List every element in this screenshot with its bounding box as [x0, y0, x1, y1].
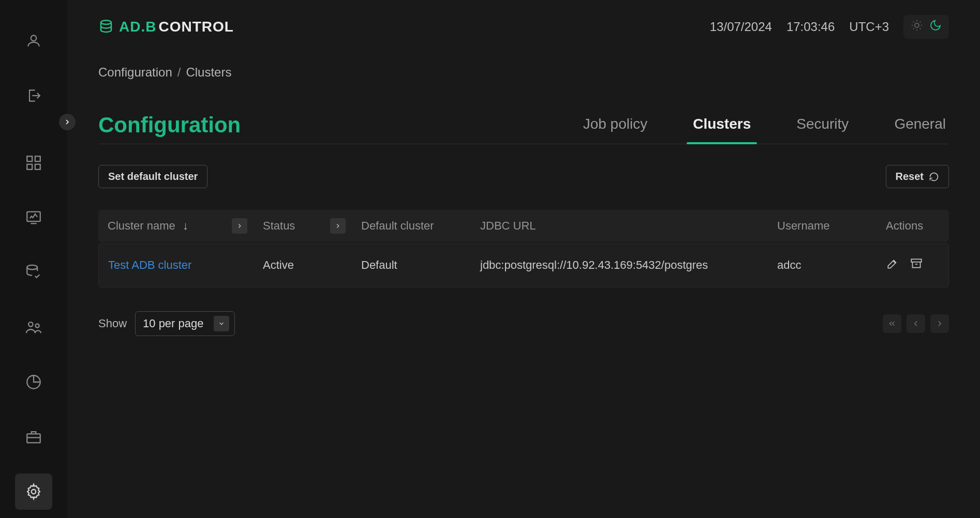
svg-rect-15 [911, 259, 922, 262]
cell-default-cluster: Default [352, 243, 471, 287]
logo-brand-b: CONTROL [158, 19, 233, 35]
svg-point-0 [31, 35, 37, 41]
tabs: Job policy Clusters Security General [580, 112, 949, 138]
set-default-cluster-button[interactable]: Set default cluster [98, 165, 207, 188]
column-header-actions: Actions [877, 210, 949, 242]
page-title: Configuration [98, 113, 241, 138]
edit-row-button[interactable] [886, 257, 899, 273]
monitor-chart-icon [25, 209, 42, 226]
reset-button-label: Reset [896, 171, 924, 182]
sidebar-item-databases[interactable] [15, 254, 52, 291]
sidebar-item-configuration[interactable] [15, 474, 52, 510]
moon-icon [929, 19, 942, 35]
main: AD.B CONTROL 13/07/2024 17:03:46 UTC+3 C… [67, 0, 980, 518]
cluster-name-link[interactable]: Test ADB cluster [108, 258, 191, 271]
header-date: 13/07/2024 [710, 20, 772, 34]
chevron-down-icon [214, 316, 229, 331]
toolbar: Set default cluster Reset [98, 165, 949, 188]
reset-button[interactable]: Reset [886, 165, 949, 188]
page-next-button[interactable] [930, 314, 949, 333]
sidebar [0, 0, 67, 518]
cell-username: adcc [768, 243, 877, 287]
sidebar-item-monitoring[interactable] [15, 200, 52, 236]
cell-jdbc-url: jdbc:postgresql://10.92.43.169:5432/post… [471, 243, 768, 287]
tab-security[interactable]: Security [793, 112, 852, 138]
svg-rect-4 [35, 164, 40, 170]
breadcrumb: Configuration / Clusters [98, 65, 949, 80]
clusters-table: Cluster name ↓ Status Default cluster JD… [98, 209, 949, 288]
svg-rect-1 [27, 156, 32, 161]
column-header-jdbc-url[interactable]: JDBC URL [471, 210, 768, 242]
tab-general[interactable]: General [891, 112, 949, 138]
sidebar-item-profile[interactable] [15, 23, 52, 59]
pie-chart-icon [25, 373, 42, 391]
edit-icon [886, 257, 899, 270]
filter-cluster-name-button[interactable] [232, 218, 247, 234]
per-page-control: Show 10 per page [98, 311, 235, 336]
cell-status: Active [254, 243, 352, 287]
column-header-default-cluster[interactable]: Default cluster [352, 210, 471, 242]
database-check-icon [25, 264, 42, 281]
sidebar-expand-toggle[interactable] [59, 114, 76, 130]
chevron-right-icon [334, 222, 341, 230]
gear-icon [25, 483, 42, 500]
sidebar-group-top [0, 0, 67, 114]
table-row: Test ADB cluster Active Default jdbc:pos… [98, 243, 949, 287]
archive-icon [910, 257, 923, 270]
svg-rect-2 [35, 156, 40, 161]
logout-icon [25, 87, 42, 104]
chevron-right-icon [236, 222, 243, 230]
tab-job-policy[interactable]: Job policy [580, 112, 651, 138]
grid-icon [25, 154, 42, 172]
refresh-icon [929, 172, 939, 182]
sidebar-item-jobs[interactable] [15, 419, 52, 455]
breadcrumb-root[interactable]: Configuration [98, 65, 172, 80]
archive-row-button[interactable] [910, 257, 923, 273]
header-timezone: UTC+3 [849, 20, 889, 34]
table-footer: Show 10 per page [98, 311, 949, 336]
sidebar-item-reports[interactable] [15, 364, 52, 400]
header-time: 17:03:46 [786, 20, 835, 34]
page-head: Configuration Job policy Clusters Securi… [98, 112, 949, 144]
breadcrumb-separator: / [177, 65, 181, 80]
row-actions [886, 257, 939, 273]
sidebar-group-bottom [0, 114, 67, 518]
chevron-right-icon [63, 118, 71, 126]
logo-brand-a: AD.B [119, 19, 156, 35]
svg-point-6 [27, 265, 37, 270]
svg-point-11 [32, 490, 36, 494]
column-header-cluster-name[interactable]: Cluster name ↓ [98, 210, 254, 242]
chevron-right-icon [935, 319, 944, 328]
filter-status-button[interactable] [330, 218, 346, 234]
user-icon [25, 33, 42, 49]
chevrons-left-icon [887, 319, 897, 328]
svg-point-8 [36, 324, 39, 328]
column-header-username[interactable]: Username [768, 210, 877, 242]
svg-rect-3 [27, 164, 32, 170]
per-page-value: 10 per page [143, 317, 203, 330]
svg-rect-10 [27, 434, 40, 443]
svg-point-7 [28, 322, 33, 327]
svg-point-13 [101, 21, 111, 25]
logo-icon [98, 19, 114, 35]
sidebar-item-logout[interactable] [15, 78, 52, 114]
svg-point-14 [915, 23, 919, 27]
briefcase-icon [25, 428, 42, 446]
header: AD.B CONTROL 13/07/2024 17:03:46 UTC+3 [98, 13, 949, 40]
theme-toggle[interactable] [903, 15, 949, 39]
sun-icon [911, 19, 923, 35]
page-first-button[interactable] [883, 314, 901, 333]
chevron-left-icon [911, 319, 920, 328]
logo-text: AD.B CONTROL [119, 19, 234, 35]
logo[interactable]: AD.B CONTROL [98, 19, 234, 35]
sidebar-item-dashboard[interactable] [15, 145, 52, 181]
pagination [883, 314, 949, 333]
sidebar-item-users[interactable] [15, 309, 52, 345]
page-prev-button[interactable] [907, 314, 925, 333]
tab-clusters[interactable]: Clusters [690, 112, 754, 138]
users-icon [25, 318, 42, 336]
column-header-status[interactable]: Status [254, 210, 352, 242]
per-page-select[interactable]: 10 per page [135, 311, 235, 336]
sort-descending-icon: ↓ [183, 219, 188, 233]
header-right: 13/07/2024 17:03:46 UTC+3 [710, 15, 949, 39]
